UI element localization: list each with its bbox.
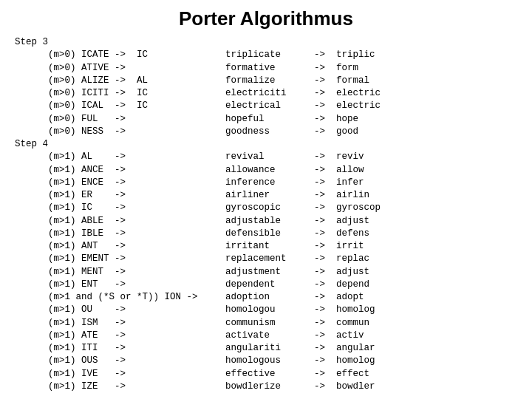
algorithm-content: Step 3 (m>0) ICATE -> IC triplicate -> t… xyxy=(15,36,517,393)
page-title: Porter Algorithmus xyxy=(15,7,517,30)
